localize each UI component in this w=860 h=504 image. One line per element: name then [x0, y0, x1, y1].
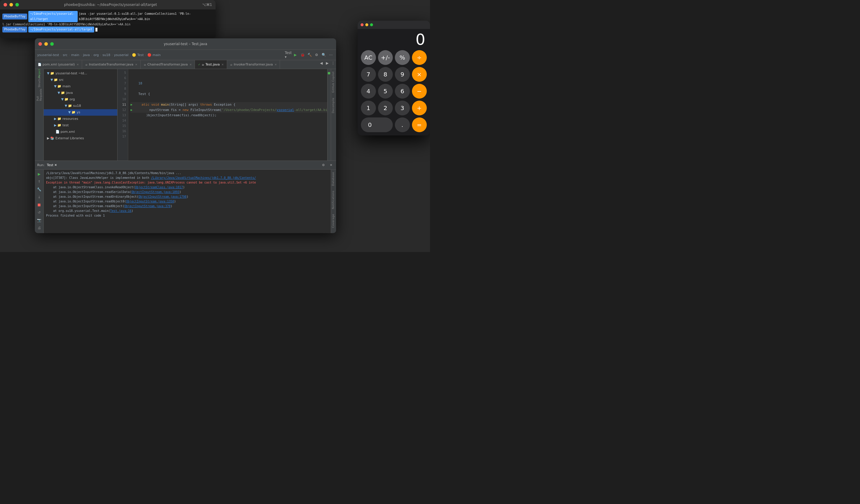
terminal-minimize-btn[interactable] [10, 3, 13, 6]
tree-resources[interactable]: ▶ 📁 resources [44, 116, 117, 122]
calc-7-btn[interactable]: 7 [361, 67, 376, 82]
tab-menu[interactable]: ⋮ [330, 60, 336, 66]
tab-instantiate[interactable]: ☕ InstantiateTransformer.java ✕ [82, 60, 141, 69]
calc-minimize-btn[interactable] [365, 23, 368, 26]
calc-1-btn[interactable]: 1 [361, 101, 376, 115]
run-camera-btn[interactable]: 📷 [36, 217, 43, 223]
run-name-label[interactable]: Test ✕ [47, 163, 57, 167]
calc-maximize-btn[interactable] [370, 23, 373, 26]
sidebar-pullreq-icon[interactable]: Pull Requests [36, 91, 43, 98]
search-btn[interactable]: 🔍 [321, 52, 327, 58]
run-link-6[interactable]: ObjectInputStream.java:370 [124, 205, 171, 208]
run-link-5[interactable]: ObjectInputStream.java:1350 [126, 200, 174, 203]
breadcrumb-src[interactable]: src [63, 53, 68, 57]
tab-test[interactable]: ✓ ☕ Test.java ✕ [195, 60, 227, 69]
database-label[interactable]: Database [331, 170, 336, 188]
tab-pom[interactable]: 📄 pom.xml (ysuserial) ✕ [35, 60, 82, 69]
tree-org[interactable]: ▼ 📁 org [44, 96, 117, 103]
run-settings-btn[interactable]: ⚙ [321, 163, 326, 168]
run-play-btn[interactable]: ▶ [36, 171, 43, 177]
tab-pom-close[interactable]: ✕ [76, 63, 79, 66]
tree-external-folder: 📚 [50, 136, 54, 141]
run-link-2[interactable]: ObjectStreamClass.java:1017 [135, 186, 183, 189]
tab-chained-close[interactable]: ✕ [190, 63, 192, 66]
terminal-close-btn[interactable] [3, 3, 7, 6]
code-area[interactable]: 18 Test { ▶ atic void main(String[] args… [128, 69, 331, 161]
idea-minimize-btn[interactable] [44, 42, 48, 46]
tab-invoker-close[interactable]: ✕ [275, 63, 277, 66]
idea-maximize-btn[interactable] [50, 42, 54, 46]
tree-src[interactable]: ▼ 📁 src [44, 77, 117, 83]
tree-su18[interactable]: ▼ 📁 su18 [44, 103, 117, 109]
run-up-btn[interactable]: ↑ [36, 179, 43, 185]
run-btn[interactable]: ▶ [292, 52, 298, 58]
run-rerun-btn[interactable]: ↺ [36, 209, 43, 216]
calc-0-btn[interactable]: 0 [361, 117, 393, 132]
run-config-dropdown[interactable]: Test ▾ [285, 52, 291, 58]
code-editor[interactable]: 5 6 7 8 9 10 11 12 13 14 15 16 17 [117, 69, 331, 161]
run-link-7[interactable]: Test.java:16 [110, 209, 131, 212]
calc-2-btn[interactable]: 2 [378, 101, 393, 115]
breadcrumb-org[interactable]: org [93, 53, 99, 57]
breadcrumb-mainmethod[interactable]: 🔴 main [147, 53, 161, 57]
run-link-3[interactable]: ObjectInputStream.java:1893 [131, 190, 180, 194]
sidebar-structure-icon[interactable]: Structure [36, 78, 43, 84]
calc-minus-btn[interactable]: − [412, 84, 427, 99]
calc-plusminus-btn[interactable]: +/- [378, 50, 393, 65]
run-stop-btn[interactable]: ■ [36, 202, 43, 208]
run-close-btn[interactable]: ✕ [328, 163, 334, 168]
calc-ac-btn[interactable]: AC [361, 50, 376, 65]
breadcrumb-ysuserial[interactable]: ysuserial [114, 53, 128, 57]
calc-8-btn[interactable]: 8 [378, 67, 393, 82]
tree-test[interactable]: ▶ 📁 test [44, 122, 117, 129]
line-num-6: 6 [117, 76, 128, 81]
calc-percent-btn[interactable]: % [395, 50, 410, 65]
tab-scroll-right[interactable]: ▶ [324, 60, 330, 66]
github-copilot-label[interactable]: GitHub Copilot [331, 69, 336, 95]
calc-4-btn[interactable]: 4 [361, 84, 376, 99]
run-link-1[interactable]: /Library/Java/JavaVirtualMachines/jdk1.7… [151, 176, 256, 179]
build-btn[interactable]: 🔨 [306, 52, 313, 58]
debug-btn[interactable]: 🐞 [300, 52, 305, 58]
breadcrumb-test[interactable]: 🟡 Test [132, 53, 144, 57]
calc-equals-btn[interactable]: = [412, 117, 427, 132]
calc-close-btn[interactable] [361, 23, 363, 26]
calc-plus-btn[interactable]: + [412, 101, 427, 115]
idea-close-btn[interactable] [38, 42, 42, 46]
breadcrumb-su18[interactable]: su18 [102, 53, 111, 57]
more-btn[interactable]: ⋯ [328, 52, 334, 58]
coverage-label[interactable]: Coverage [331, 211, 336, 230]
tree-root[interactable]: ▼ 📁 ysuserial-test ~Id... [44, 70, 117, 77]
run-wrench-btn[interactable]: 🔧 [36, 186, 43, 193]
breadcrumb-main[interactable]: main [71, 53, 79, 57]
tree-main[interactable]: ▼ 📁 main [44, 83, 117, 90]
run-print-btn[interactable]: 🖨 [36, 225, 43, 231]
run-down-btn[interactable]: ↓ [36, 194, 43, 201]
run-trash-btn[interactable]: 🗑 [36, 232, 43, 233]
decompile-label[interactable]: Decompile [331, 95, 336, 115]
calc-9-btn[interactable]: 9 [395, 67, 410, 82]
settings-btn[interactable]: ⚙ [314, 52, 319, 58]
calc-5-btn[interactable]: 5 [378, 84, 393, 99]
breadcrumb-project[interactable]: ysuserial-test [37, 53, 59, 57]
notifications-label[interactable]: Notifications [331, 188, 336, 211]
tab-test-close[interactable]: ✕ [221, 63, 224, 66]
tab-scroll-left[interactable]: ◀ [318, 60, 324, 66]
tree-java[interactable]: ▼ 📁 java [44, 90, 117, 96]
tab-chained[interactable]: ☕ ChainedTransformer.java ✕ [141, 60, 195, 69]
calc-3-btn[interactable]: 3 [395, 101, 410, 115]
terminal-maximize-btn[interactable] [15, 3, 19, 6]
run-link-4[interactable]: ObjectInputStream.java:1798 [139, 195, 187, 198]
tree-external[interactable]: ▶ 📚 External Libraries [44, 135, 117, 142]
breadcrumb-java[interactable]: java [83, 53, 90, 57]
tree-pom[interactable]: 📄 pom.xml [44, 129, 117, 135]
tree-ys[interactable]: ▼ 📁 ys [44, 109, 117, 116]
calc-divide-btn[interactable]: ÷ [412, 50, 427, 65]
calc-6-btn[interactable]: 6 [395, 84, 410, 99]
idea-title: ysuserial-test – Test.java [163, 42, 207, 46]
tab-invoker[interactable]: ☕ InvokerTransformer.java ✕ [227, 60, 280, 69]
calc-multiply-btn[interactable]: × [412, 67, 427, 82]
calc-dot-btn[interactable]: . [395, 117, 410, 132]
breadcrumb: ysuserial-test › src › main › java › org… [37, 53, 161, 57]
tab-instantiate-close[interactable]: ✕ [135, 63, 138, 66]
